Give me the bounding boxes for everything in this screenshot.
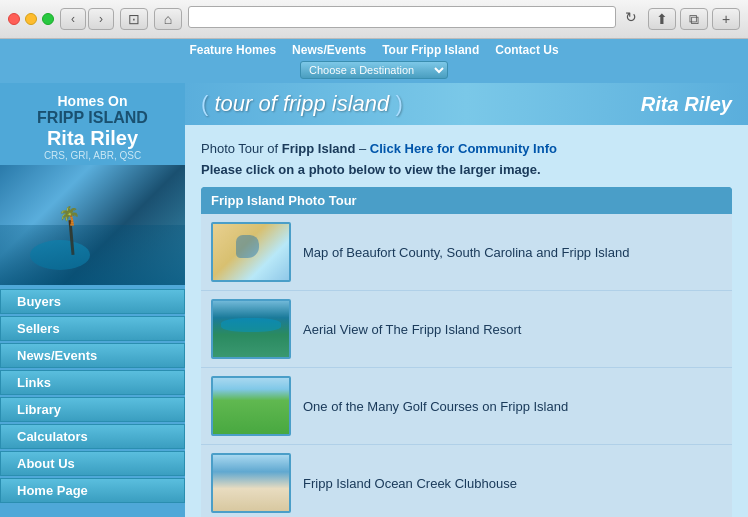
sidebar-item-library[interactable]: Library <box>0 397 185 422</box>
content-header: ( tour of fripp island ) Rita Riley <box>185 83 748 125</box>
top-nav: Feature Homes News/Events Tour Fripp Isl… <box>0 39 748 83</box>
photo-tour-header: Fripp Island Photo Tour <box>201 187 732 214</box>
sidebar-item-links[interactable]: Links <box>0 370 185 395</box>
new-tab-button[interactable]: + <box>712 8 740 30</box>
sidebar-item-sellers[interactable]: Sellers <box>0 316 185 341</box>
reload-button[interactable]: ↻ <box>620 6 642 28</box>
agent-last-name: Riley <box>684 93 732 115</box>
paren-close: ) <box>389 91 402 116</box>
photo-row: Fripp Island Ocean Creek Clubhouse <box>201 445 732 517</box>
sidebar-item-news-events[interactable]: News/Events <box>0 343 185 368</box>
photo-thumb-map[interactable] <box>211 222 291 282</box>
photo-thumb-aerial[interactable] <box>211 299 291 359</box>
photo-overlay <box>0 225 185 285</box>
nav-feature-homes[interactable]: Feature Homes <box>189 43 276 57</box>
photo-caption-aerial: Aerial View of The Fripp Island Resort <box>303 322 521 337</box>
agent-name-label: Rita Riley <box>4 127 181 150</box>
intro-bold-label: Fripp Island <box>282 141 356 156</box>
main-layout: Homes On FRIPP ISLAND Rita Riley CRS, GR… <box>0 83 748 517</box>
credentials-label: CRS, GRI, ABR, QSC <box>4 150 181 161</box>
header-agent-name: Rita Riley <box>641 93 732 116</box>
photo-caption-golf: One of the Many Golf Courses on Fripp Is… <box>303 399 568 414</box>
click-instructions: Please click on a photo below to view th… <box>201 162 732 177</box>
share-button[interactable]: ⬆ <box>648 8 676 30</box>
nav-contact-us[interactable]: Contact Us <box>495 43 558 57</box>
browser-chrome: ‹ › ⊡ ⌂ ↻ ⬆ ⧉ + <box>0 0 748 39</box>
content-area: ( tour of fripp island ) Rita Riley Phot… <box>185 83 748 517</box>
minimize-button[interactable] <box>25 13 37 25</box>
maximize-button[interactable] <box>42 13 54 25</box>
nav-tour-fripp[interactable]: Tour Fripp Island <box>382 43 479 57</box>
sidebar-nav: Buyers Sellers News/Events Links Library… <box>0 289 185 503</box>
photo-caption-map: Map of Beaufort County, South Carolina a… <box>303 245 629 260</box>
photo-tour-body: Map of Beaufort County, South Carolina a… <box>201 214 732 517</box>
palm-leaves-decoration: 🌴 <box>58 205 80 227</box>
sidebar-item-about-us[interactable]: About Us <box>0 451 185 476</box>
page-title-text: tour of fripp island <box>214 91 389 116</box>
photo-row: Aerial View of The Fripp Island Resort <box>201 291 732 368</box>
reader-button[interactable]: ⊡ <box>120 8 148 30</box>
homes-on-label: Homes On <box>4 93 181 109</box>
content-body: Photo Tour of Fripp Island – Click Here … <box>185 133 748 517</box>
tabs-button[interactable]: ⧉ <box>680 8 708 30</box>
photo-row: Map of Beaufort County, South Carolina a… <box>201 214 732 291</box>
sidebar-item-home-page[interactable]: Home Page <box>0 478 185 503</box>
nav-news-events[interactable]: News/Events <box>292 43 366 57</box>
photo-thumb-golf[interactable] <box>211 376 291 436</box>
address-bar[interactable] <box>188 6 616 28</box>
sidebar-item-calculators[interactable]: Calculators <box>0 424 185 449</box>
photo-tour-table: Fripp Island Photo Tour Map of Beaufort … <box>201 187 732 517</box>
sidebar-header: Homes On FRIPP ISLAND Rita Riley CRS, GR… <box>0 83 185 165</box>
destination-dropdown[interactable]: Choose a Destination <box>300 61 448 79</box>
intro-text: Photo Tour of Fripp Island – Click Here … <box>201 141 732 156</box>
sidebar: Homes On FRIPP ISLAND Rita Riley CRS, GR… <box>0 83 185 517</box>
photo-row: One of the Many Golf Courses on Fripp Is… <box>201 368 732 445</box>
fripp-island-label: FRIPP ISLAND <box>4 109 181 127</box>
photo-caption-clubhouse: Fripp Island Ocean Creek Clubhouse <box>303 476 517 491</box>
page-title: ( tour of fripp island ) <box>201 91 403 117</box>
close-button[interactable] <box>8 13 20 25</box>
sidebar-photo: 🌴 <box>0 165 185 285</box>
sidebar-item-buyers[interactable]: Buyers <box>0 289 185 314</box>
intro-dash: – <box>355 141 369 156</box>
photo-thumb-clubhouse[interactable] <box>211 453 291 513</box>
community-info-link[interactable]: Click Here for Community Info <box>370 141 557 156</box>
intro-text-label: Photo Tour of <box>201 141 282 156</box>
agent-first-name: Rita <box>641 93 684 115</box>
home-button[interactable]: ⌂ <box>154 8 182 30</box>
paren-open: ( <box>201 91 214 116</box>
traffic-lights <box>8 13 54 25</box>
back-button[interactable]: ‹ <box>60 8 86 30</box>
forward-button[interactable]: › <box>88 8 114 30</box>
